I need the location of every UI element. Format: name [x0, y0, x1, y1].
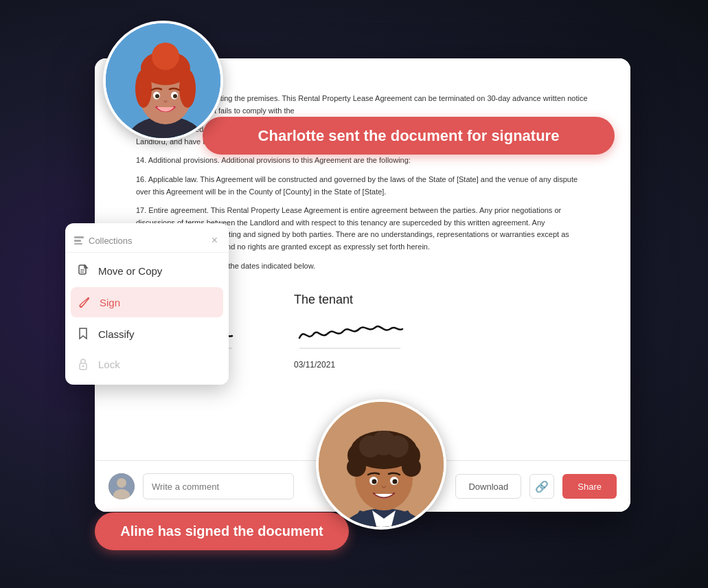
menu-item-lock: Lock: [65, 349, 229, 379]
aline-banner-text: Aline has signed the document: [120, 523, 323, 539]
svg-point-15: [155, 94, 159, 98]
comment-input[interactable]: [143, 473, 294, 499]
charlotte-banner-text: Charlotte sent the document for signatur…: [258, 127, 560, 145]
tenant-label: The tenant: [294, 293, 404, 307]
aline-avatar-svg: [319, 402, 446, 530]
doc-file-icon: [78, 264, 89, 277]
paragraph-3: 16. Applicable law. This Agreement will …: [136, 174, 589, 198]
svg-point-10: [152, 43, 179, 70]
lock-padlock-icon: [78, 358, 89, 370]
menu-item-lock-label: Lock: [98, 359, 120, 370]
svg-rect-17: [74, 236, 84, 238]
menu-item-classify[interactable]: Classify: [65, 319, 229, 349]
link-icon: 🔗: [535, 480, 549, 493]
aline-notification-banner: Aline has signed the document: [95, 512, 349, 550]
tenant-date: 03/11/2021: [294, 360, 404, 370]
menu-item-move-copy-label: Move or Copy: [98, 265, 162, 277]
charlotte-notification-banner: Charlotte sent the document for signatur…: [203, 117, 615, 155]
lock-icon: [76, 357, 90, 371]
menu-header-title: Collections: [73, 235, 133, 246]
svg-rect-18: [74, 240, 81, 242]
menu-item-sign-label: Sign: [100, 297, 120, 308]
bookmark-classify-icon: [78, 328, 88, 340]
link-button[interactable]: 🔗: [529, 474, 554, 499]
charlotte-avatar-svg: [106, 23, 223, 141]
svg-point-3: [117, 478, 126, 488]
bookmark-icon: [76, 327, 90, 341]
doc-icon: [76, 264, 90, 278]
menu-item-classify-label: Classify: [98, 328, 135, 340]
context-menu: Collections × Move or Copy Sign: [65, 223, 229, 385]
svg-point-16: [173, 94, 177, 98]
paragraph-2: 14. Additional provisions. Additional pr…: [136, 155, 589, 167]
doc-text-14: 14. Additional provisions. Additional pr…: [136, 155, 589, 167]
download-button[interactable]: Download: [455, 474, 521, 499]
svg-point-40: [372, 479, 377, 484]
svg-point-12: [179, 69, 196, 108]
menu-header: Collections ×: [65, 229, 229, 253]
menu-header-label: Collections: [89, 236, 133, 246]
svg-point-11: [135, 69, 152, 108]
collections-icon: [73, 235, 84, 246]
tenant-signature-block: The tenant 03/11/2021: [294, 293, 404, 370]
pen-sign-icon: [78, 296, 91, 308]
menu-item-sign[interactable]: Sign: [71, 287, 223, 317]
pen-icon: [78, 295, 91, 309]
svg-rect-19: [74, 243, 82, 245]
svg-point-35: [372, 431, 396, 455]
close-icon[interactable]: ×: [212, 234, 218, 247]
svg-point-36: [347, 457, 366, 477]
avatar-aline: [316, 399, 446, 530]
menu-item-move-copy[interactable]: Move or Copy: [65, 256, 229, 286]
tenant-signature-svg: [294, 314, 404, 352]
toolbar-user-avatar-svg: [109, 473, 135, 499]
doc-text-16: 16. Applicable law. This Agreement will …: [136, 174, 589, 198]
avatar-charlotte: [103, 21, 223, 141]
share-button[interactable]: Share: [562, 474, 617, 499]
svg-point-25: [82, 365, 84, 368]
svg-point-41: [393, 479, 398, 484]
toolbar-avatar: [109, 473, 135, 499]
svg-point-37: [402, 457, 421, 477]
